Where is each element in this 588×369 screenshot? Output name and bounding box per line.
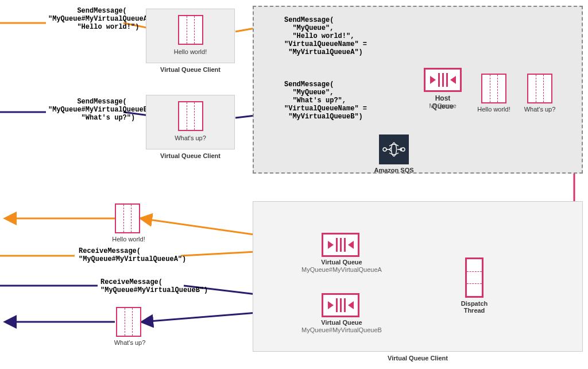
recv-a-code: ReceiveMessage( "MyQueue#MyVirtualQueueA…: [79, 247, 186, 263]
recv-b-code: ReceiveMessage( "MyQueue#MyVirtualQueueB…: [100, 278, 208, 294]
bottom-msg-b-label: What's up?: [107, 339, 153, 346]
big-vqc-caption: Virtual Queue Client: [253, 355, 582, 362]
queue-icon: [178, 101, 203, 131]
msg2-label: What's up?: [517, 106, 563, 113]
client-b-caption: Virtual Queue Client: [146, 152, 234, 159]
bottom-msg-b: [116, 307, 141, 337]
virtual-queue-a-icon: [322, 233, 359, 257]
bottom-msg-a-label: Hello world!: [106, 236, 152, 243]
bottom-msg-a: [115, 203, 140, 233]
vq-a-label: Virtual Queue: [310, 259, 373, 266]
msg1-label: Hello world!: [471, 106, 517, 113]
inner-send-a-code: SendMessage( "MyQueue", "Hello world!", …: [284, 16, 367, 56]
dispatch-thread-icon: [465, 257, 483, 298]
virtual-queue-b-icon: [322, 293, 359, 317]
queue-msg1: [481, 74, 506, 103]
client-a-msg: Hello world!: [146, 48, 234, 55]
send-b-code: SendMessage( "MyQueue#MyVirtualQueueB", …: [48, 98, 156, 122]
host-queue-icon: [424, 68, 462, 92]
vq-b-label: Virtual Queue: [310, 319, 373, 326]
vq-b-sub: MyQueue#MyVirtualQueueB: [290, 326, 393, 333]
svg-point-16: [383, 148, 386, 151]
svg-point-17: [401, 148, 405, 151]
inner-send-b-code: SendMessage( "MyQueue", "What's up?", "V…: [284, 80, 367, 121]
client-b-msg: What's up?: [146, 134, 234, 141]
host-queue-sub: MyQueue: [424, 102, 462, 109]
virtual-queue-client-b-box: What's up? Virtual Queue Client: [146, 95, 235, 149]
queue-msg2: [527, 74, 552, 103]
queue-icon: [178, 15, 203, 45]
virtual-queue-client-a-box: Hello world! Virtual Queue Client: [146, 9, 235, 63]
dispatch-label: Dispatch Thread: [454, 300, 495, 314]
vq-a-sub: MyQueue#MyVirtualQueueA: [290, 266, 393, 273]
sqs-label: Amazon SQS: [370, 167, 417, 174]
client-a-caption: Virtual Queue Client: [146, 66, 234, 73]
sqs-service-icon: [379, 134, 409, 164]
send-a-code: SendMessage( "MyQueue#MyVirtualQueueA", …: [48, 7, 156, 31]
